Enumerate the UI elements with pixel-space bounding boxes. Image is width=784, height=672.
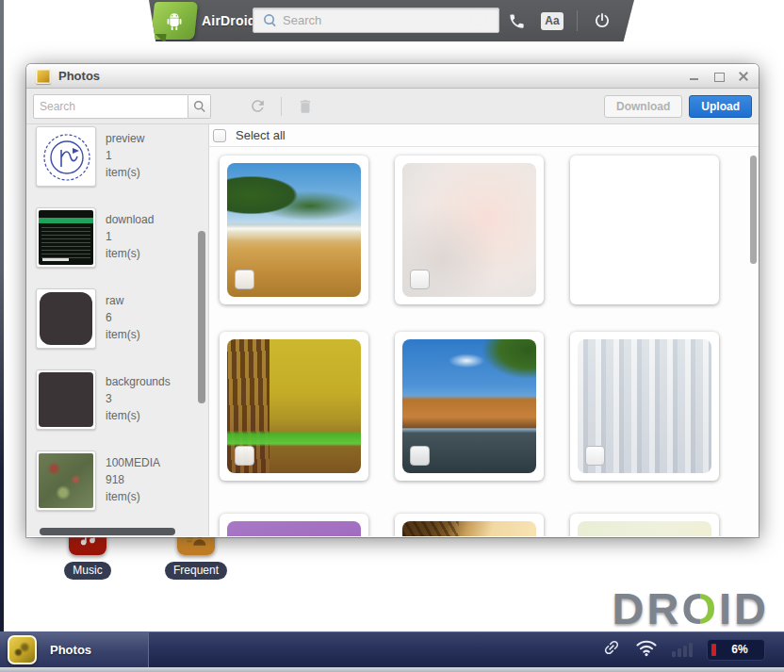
photo-thumbnail (402, 521, 536, 536)
folder-search-input[interactable] (40, 100, 182, 113)
photo-pale-floral[interactable] (570, 514, 719, 536)
select-all-label: Select all (236, 128, 286, 142)
photo-pink-rose[interactable] (395, 156, 544, 304)
photo-thumbnail (227, 339, 361, 473)
folder-name: preview (106, 130, 144, 147)
photos-task-icon (8, 635, 37, 664)
folder-unit: item(s) (106, 245, 154, 262)
download-button[interactable]: Download (604, 95, 682, 118)
delete-button[interactable] (293, 94, 318, 119)
dark-image (39, 291, 93, 346)
topbar-divider (577, 10, 578, 31)
folder-thumbnail (36, 207, 96, 268)
folder-info: raw 6 item(s) (106, 292, 140, 343)
android-robot-icon (161, 8, 188, 36)
folder-name: backgrounds (106, 373, 171, 390)
folder-search (33, 94, 188, 119)
upload-button[interactable]: Upload (689, 95, 752, 118)
search-button[interactable] (188, 94, 211, 119)
folder-count: 918 (106, 471, 160, 488)
folder-unit: item(s) (106, 326, 140, 343)
refresh-icon (249, 97, 267, 115)
photo-checkbox[interactable] (410, 270, 430, 289)
photo-grid: Select all (209, 124, 759, 536)
folder-name: 100MEDIA (106, 454, 160, 471)
sidebar-horizontal-scrollbar[interactable] (40, 528, 175, 535)
folder-count: 1 (106, 228, 154, 245)
folder-item-download[interactable]: download 1 item(s) (26, 207, 208, 283)
select-all-checkbox[interactable] (213, 129, 226, 142)
folder-thumbnail (36, 451, 96, 511)
select-all-row: Select all (209, 124, 759, 147)
photo-autumn-trees[interactable] (220, 332, 368, 481)
toolbar-divider (281, 97, 282, 116)
photo-amsterdam-canal[interactable] (395, 332, 544, 481)
maximize-icon[interactable] (713, 71, 725, 82)
photo-thumbnail (578, 521, 711, 536)
refresh-button[interactable] (245, 94, 270, 119)
screen-bottom-edge (0, 667, 784, 672)
music-label: Music (64, 562, 110, 580)
topbar-search (253, 8, 499, 33)
folder-name: download (106, 211, 154, 228)
folder-unit: item(s) (106, 407, 171, 424)
taskbar-status: 6% (602, 631, 765, 667)
foliage-image (39, 453, 93, 508)
frequent-label: Frequent (165, 562, 227, 580)
topbar-actions: Aa (469, 0, 613, 41)
folder-item-backgrounds[interactable]: backgrounds 3 item(s) (26, 369, 208, 445)
folder-count: 6 (106, 309, 140, 326)
photo-brown-building[interactable] (395, 514, 544, 536)
window-body: preview 1 item(s) download 1 item(s) (26, 124, 759, 536)
photo-eiffel-tower[interactable] (570, 156, 719, 304)
sidebar-vertical-scrollbar[interactable] (198, 231, 205, 403)
watermark-right: ID (719, 583, 769, 633)
folder-thumbnail (36, 288, 96, 349)
folder-unit: item(s) (106, 164, 144, 181)
window-titlebar[interactable]: Photos (26, 64, 759, 89)
folder-item-100media[interactable]: 100MEDIA 918 item(s) (26, 451, 208, 526)
link-icon[interactable] (602, 638, 621, 661)
airdroid-logo[interactable] (153, 2, 196, 40)
photo-thumbnail (402, 163, 536, 297)
signal-bars-icon (672, 643, 693, 657)
power-icon[interactable] (591, 9, 613, 32)
photo-beach-mountains[interactable] (220, 156, 368, 304)
folder-sidebar: preview 1 item(s) download 1 item(s) (26, 124, 209, 536)
folder-info: backgrounds 3 item(s) (106, 373, 171, 424)
photo-gray-abstract[interactable] (570, 332, 719, 481)
folder-item-preview[interactable]: preview 1 item(s) (26, 126, 208, 202)
photos-window: Photos (26, 64, 759, 537)
new-message-icon[interactable] (469, 9, 492, 32)
grid-scrollbar[interactable] (750, 156, 757, 264)
folder-count: 3 (106, 390, 171, 407)
folder-name: raw (106, 292, 140, 309)
folder-item-raw[interactable]: raw 6 item(s) (26, 288, 208, 364)
window-toolbar: Download Upload (26, 89, 759, 124)
photo-checkbox[interactable] (235, 446, 254, 466)
photo-thumbnail (227, 521, 361, 536)
terminal-image (39, 210, 93, 265)
photo-checkbox[interactable] (410, 446, 430, 466)
font-size-icon[interactable]: Aa (541, 9, 564, 32)
photo-thumbnail (227, 163, 361, 297)
dark-image (39, 372, 93, 427)
wifi-icon[interactable] (635, 639, 658, 661)
folder-unit: item(s) (106, 488, 160, 505)
topbar-search-input[interactable] (283, 13, 498, 27)
battery-percentage: 6% (731, 643, 747, 656)
minimize-icon[interactable] (689, 71, 700, 82)
photos-app-icon (36, 69, 51, 84)
phone-icon[interactable] (505, 9, 528, 32)
search-icon (193, 100, 206, 113)
folder-thumbnail (36, 126, 96, 187)
folder-info: 100MEDIA 918 item(s) (106, 454, 160, 505)
photo-checkbox[interactable] (585, 446, 605, 466)
close-icon[interactable] (738, 71, 749, 82)
watermark-left: DR (612, 583, 682, 633)
taskbar-item-photos[interactable]: Photos (0, 631, 149, 667)
photo-purple-gradient[interactable] (220, 514, 368, 536)
photo-checkbox[interactable] (235, 270, 254, 289)
topbar: AirDroid Aa (149, 0, 634, 41)
folder-info: download 1 item(s) (106, 211, 154, 262)
